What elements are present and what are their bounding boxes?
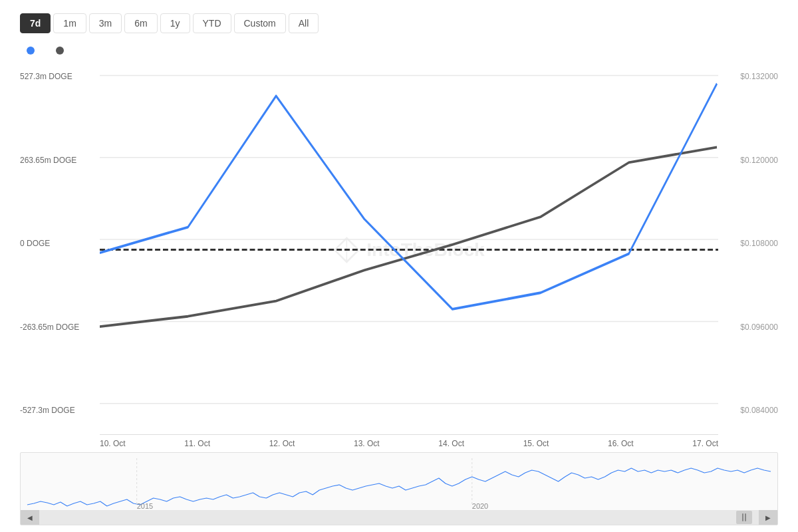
mini-chart-svg: 2015 2020: [21, 458, 777, 511]
x-axis-label: 10. Oct: [100, 439, 126, 448]
x-axis-label: 12. Oct: [269, 439, 295, 448]
time-range-selector: 7d1m3m6m1yYTDCustomAll: [20, 13, 778, 33]
chart-canvas: IntoTheBlock: [100, 65, 718, 435]
nav-left-button[interactable]: ◀: [21, 510, 39, 525]
y-axis-left-label: 527.3m DOGE: [20, 72, 94, 81]
x-axis-label: 16. Oct: [608, 439, 634, 448]
netflow-dot: [27, 47, 35, 55]
handle-line-1: [742, 513, 743, 521]
y-axis-left: 527.3m DOGE263.65m DOGE0 DOGE-263.65m DO…: [20, 65, 100, 435]
legend-price: [56, 47, 69, 55]
svg-text:2015: 2015: [137, 502, 153, 510]
main-chart: 527.3m DOGE263.65m DOGE0 DOGE-263.65m DO…: [20, 65, 778, 435]
handle-line-2: [745, 513, 746, 521]
time-btn-7d[interactable]: 7d: [20, 13, 51, 33]
nav-handle[interactable]: [736, 511, 752, 524]
x-axis-label: 15. Oct: [523, 439, 549, 448]
y-axis-left-label: -263.65m DOGE: [20, 323, 94, 332]
nav-right-button[interactable]: ▶: [759, 510, 777, 525]
x-axis-label: 11. Oct: [184, 439, 210, 448]
y-axis-right-label: $0.108000: [724, 239, 778, 248]
main-container: 7d1m3m6m1yYTDCustomAll 527.3m DOGE263.65…: [0, 0, 798, 532]
time-btn-6m[interactable]: 6m: [124, 13, 157, 33]
legend-netflow: [27, 47, 40, 55]
x-axis-label: 13. Oct: [354, 439, 380, 448]
y-axis-left-label: 263.65m DOGE: [20, 156, 94, 165]
price-dot: [56, 47, 64, 55]
x-axis-label: 17. Oct: [692, 439, 718, 448]
y-axis-right-label: $0.132000: [724, 72, 778, 81]
y-axis-right-label: $0.084000: [724, 406, 778, 415]
y-axis-right: $0.132000$0.120000$0.108000$0.096000$0.0…: [718, 65, 778, 435]
x-axis-label: 14. Oct: [438, 439, 464, 448]
navigator-bar: ◀ ▶: [21, 510, 777, 525]
chart-area: 527.3m DOGE263.65m DOGE0 DOGE-263.65m DO…: [20, 65, 778, 448]
x-axis: 10. Oct11. Oct12. Oct13. Oct14. Oct15. O…: [100, 435, 718, 448]
svg-text:2020: 2020: [472, 502, 488, 510]
y-axis-right-label: $0.096000: [724, 323, 778, 332]
nav-handle-lines: [742, 513, 746, 521]
y-axis-left-label: -527.3m DOGE: [20, 406, 94, 415]
time-btn-1m[interactable]: 1m: [53, 13, 86, 33]
y-axis-left-label: 0 DOGE: [20, 239, 94, 248]
nav-track[interactable]: [39, 510, 759, 525]
y-axis-right-label: $0.120000: [724, 156, 778, 165]
chart-legend: [20, 47, 778, 55]
time-btn-ytd[interactable]: YTD: [193, 13, 231, 33]
main-chart-svg: [100, 65, 718, 434]
time-btn-all[interactable]: All: [289, 13, 319, 33]
time-btn-3m[interactable]: 3m: [89, 13, 122, 33]
time-btn-1y[interactable]: 1y: [160, 13, 190, 33]
mini-chart-container: 2015 2020 ◀ ▶: [20, 452, 778, 525]
time-btn-custom[interactable]: Custom: [234, 13, 286, 33]
